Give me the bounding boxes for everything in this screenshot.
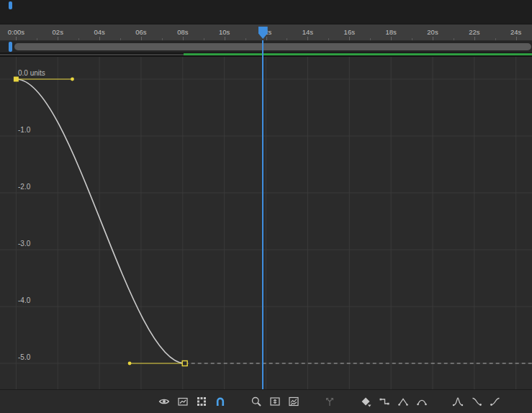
timeline-scrollbar[interactable] [0,41,532,53]
ruler-tick [474,37,475,40]
time-tick-label: 08s [177,28,188,36]
keyframe-start[interactable] [14,77,19,82]
cached-frames-indicator [184,53,532,55]
easy-ease-out-icon [490,396,501,407]
time-tick-label: 18s [385,28,396,36]
easy-ease-button[interactable] [451,394,465,409]
in-handle[interactable] [128,362,132,366]
ruler-tick [183,37,184,40]
ruler-tick [516,37,517,40]
ruler-tick [16,37,17,40]
fit-selection-to-view-button[interactable] [268,394,282,409]
show-transform-box-button[interactable] [194,394,209,409]
auto-bezier-icon [416,396,428,407]
ruler-tick [99,37,100,40]
ruler-tick [454,38,454,40]
ruler-tick [266,37,267,40]
time-tick-label: 22s [469,28,479,36]
choose-properties-button[interactable] [157,394,171,409]
value-axis-label: -2.0 [18,183,31,191]
graph-editor-toolbar [0,389,532,413]
ruler-tick [391,37,392,40]
separate-icon [324,396,335,407]
fit-all-graphs-to-view-button[interactable] [287,394,301,409]
easy-ease-icon [452,396,464,407]
navigator-left-handle[interactable] [9,1,12,9]
scrollbar-left-handle[interactable] [9,42,12,52]
ruler-tick [370,38,371,40]
ruler-tick [349,37,350,40]
separate-dimensions-button[interactable] [323,394,337,409]
value-axis-label: -3.0 [18,240,31,248]
fit-all-icon [288,396,299,407]
toolbar-icon-row [0,390,532,413]
ruler-tick [120,38,121,40]
convert-to-linear-button[interactable] [396,394,410,409]
ruler-tick [245,38,246,40]
auto-zoom-graph-height-button[interactable] [249,394,263,409]
snap-button[interactable] [213,394,227,409]
uncached-segment [0,54,184,55]
keyframe-end[interactable] [182,361,187,366]
zoom-icon [251,396,262,407]
time-tick-label: 20s [427,28,438,36]
hold-icon [379,396,390,407]
linear-icon [397,396,409,407]
easy-ease-in-button[interactable] [469,394,484,409]
transform-box-icon [196,396,207,407]
graph-type-and-options-button[interactable] [176,394,190,409]
time-tick-label: 10s [219,28,230,36]
edit-selected-keyframes-button[interactable] [359,394,373,409]
ruler-tick [412,38,412,40]
convert-to-hold-button[interactable] [377,394,392,409]
easy-ease-in-icon [471,396,482,407]
time-tick-label: 04s [94,28,104,36]
ruler-tick [307,37,308,40]
time-tick-label: 06s [135,28,146,36]
eye-icon [158,396,170,407]
time-tick-label: 0:00s [8,28,24,36]
time-tick-label: 02s [53,28,63,36]
value-axis-label: -4.0 [18,296,31,304]
ruler-tick [162,38,163,40]
ruler-tick [287,38,287,40]
easy-ease-out-button[interactable] [488,394,502,409]
graph-editor: 0:00s02s04s06s08s10s12s14s16s18s20s22s24… [0,0,532,413]
value-axis-label: 0.0 units [18,69,45,77]
playhead-line[interactable] [262,40,263,389]
time-tick-label: 14s [302,28,313,36]
value-axis-label: -1.0 [18,126,31,134]
time-tick-label: 16s [344,28,355,36]
convert-to-auto-bezier-button[interactable] [415,394,429,409]
time-tick-label: 24s [510,28,521,36]
ruler-tick [328,38,329,40]
scrollbar-thumb[interactable] [14,43,531,50]
graph-options-icon [177,396,189,407]
ruler-tick [204,38,204,40]
ruler-tick [433,37,433,40]
ruler-tick [141,37,142,40]
keyframe-diamond-icon [360,396,371,407]
timeline-navigator[interactable] [0,0,532,24]
magnet-icon [215,396,226,407]
value-axis-label: -5.0 [18,353,31,361]
ruler-tick [78,38,79,40]
out-handle[interactable] [71,78,74,81]
fit-selection-icon [269,396,281,407]
value-graph[interactable]: 0.0 units-1.0-2.0-3.0-4.0-5.0 [0,57,532,389]
ruler-tick [58,37,58,40]
value-curve[interactable] [16,79,184,363]
ruler-tick [37,38,37,40]
ruler-tick [495,38,496,40]
ruler-tick [225,37,225,40]
